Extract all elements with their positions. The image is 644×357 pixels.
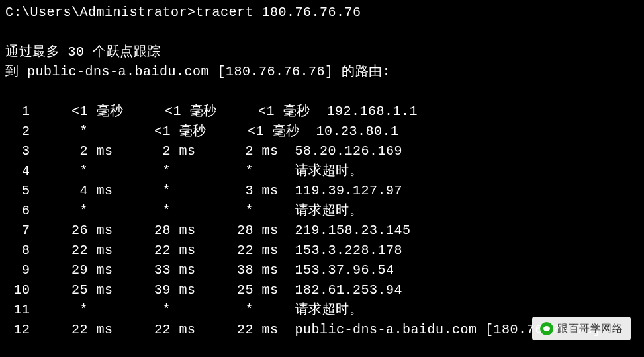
command-prompt-line: C:\Users\Administrator>tracert 180.76.76… — [5, 3, 639, 22]
wechat-icon — [540, 322, 553, 335]
header-line-2: 到 public-dns-a.baidu.com [180.76.76.76] … — [5, 62, 639, 82]
hop-row: 7 26 ms 28 ms 28 ms 219.158.23.145 — [5, 221, 639, 241]
blank-line — [5, 340, 639, 357]
target-ip: [180.76.76.76] — [218, 64, 334, 79]
hop-row: 9 29 ms 33 ms 38 ms 153.37.96.54 — [5, 260, 639, 280]
blank-line — [5, 22, 639, 42]
hop-row: 6 * * * 请求超时。 — [5, 201, 639, 221]
prompt-text: C:\Users\Administrator> — [5, 5, 196, 20]
header-line-1: 通过最多 30 个跃点跟踪 — [5, 42, 639, 62]
watermark-text: 跟百哥学网络 — [557, 321, 623, 337]
target-host: public-dns-a.baidu.com — [27, 64, 209, 79]
hop-row: 3 2 ms 2 ms 2 ms 58.20.126.169 — [5, 141, 639, 161]
trace-hops-list: 1 <1 毫秒 <1 毫秒 <1 毫秒 192.168.1.1 2 * <1 毫… — [5, 102, 639, 340]
command-text[interactable]: tracert 180.76.76.76 — [196, 5, 361, 20]
hop-row: 8 22 ms 22 ms 22 ms 153.3.228.178 — [5, 241, 639, 260]
hop-row: 1 <1 毫秒 <1 毫秒 <1 毫秒 192.168.1.1 — [5, 102, 639, 122]
hop-row: 2 * <1 毫秒 <1 毫秒 10.23.80.1 — [5, 122, 639, 141]
hop-row: 4 * * * 请求超时。 — [5, 161, 639, 181]
hop-row: 10 25 ms 39 ms 25 ms 182.61.253.94 — [5, 280, 639, 300]
blank-line — [5, 82, 639, 102]
watermark-badge: 跟百哥学网络 — [532, 317, 631, 340]
hop-row: 5 4 ms * 3 ms 119.39.127.97 — [5, 181, 639, 201]
